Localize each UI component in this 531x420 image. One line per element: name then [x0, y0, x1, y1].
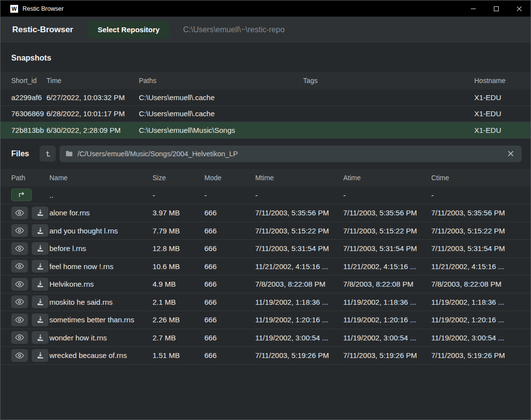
repository-path: C:\Users\emuell\~\restic-repo	[183, 25, 285, 34]
download-file-button[interactable]	[32, 260, 48, 273]
col-time: Time	[46, 77, 139, 84]
col-ctime: Ctime	[431, 174, 531, 182]
file-row[interactable]: Helvikone.rns 4.9 MB 666 7/8/2003, 8:22:…	[0, 275, 531, 294]
preview-file-button[interactable]	[11, 278, 28, 291]
file-mtime: 7/11/2003, 5:35:56 PM	[255, 209, 343, 217]
file-row[interactable]: before l.rns 12.8 MB 666 7/11/2003, 5:31…	[0, 240, 531, 258]
go-up-button[interactable]	[11, 189, 32, 201]
eye-icon	[15, 263, 24, 270]
files-bar: Files /C/Users/emuell/Music/Songs/2004_H…	[0, 146, 522, 162]
file-name: wonder how it.rns	[49, 334, 153, 342]
file-name: Helvikone.rns	[49, 280, 153, 288]
select-repository-button[interactable]: Select Repository	[87, 21, 171, 39]
file-size: 2.26 MB	[153, 315, 204, 324]
file-size: 7.79 MB	[153, 227, 204, 235]
file-row[interactable]: wrecked because of.rns 1.51 MB 666 7/11/…	[0, 347, 531, 365]
download-file-button[interactable]	[32, 295, 48, 308]
download-icon	[37, 263, 44, 270]
preview-file-button[interactable]	[11, 314, 28, 326]
file-ctime: 7/11/2003, 5:31:54 PM	[431, 244, 531, 252]
preview-file-button[interactable]	[11, 242, 28, 255]
file-size: 2.1 MB	[153, 298, 204, 306]
path-breadcrumb[interactable]: /C/Users/emuell/Music/Songs/2004_Helveti…	[60, 146, 522, 162]
download-file-button[interactable]	[32, 224, 48, 237]
file-row[interactable]: alone for.rns 3.97 MB 666 7/11/2003, 5:3…	[0, 204, 531, 222]
minimize-button[interactable]	[462, 0, 485, 17]
file-mode: 666	[204, 262, 255, 271]
file-row[interactable]: wonder how it.rns 2.7 MB 666 11/19/2002,…	[0, 329, 531, 347]
snapshot-time: 6/30/2022, 2:28:09 PM	[46, 126, 139, 134]
folder-icon	[66, 150, 73, 157]
parent-directory-row[interactable]: .. - - - - -	[0, 187, 531, 205]
snapshot-paths: C:\Users\emuell\.cache	[139, 109, 303, 118]
snapshot-short-id: a2299af6	[0, 93, 46, 102]
snapshot-short-id: 76306869	[0, 109, 46, 118]
file-size: -	[153, 191, 204, 199]
file-mtime: 11/19/2002, 1:18:36 ...	[255, 298, 343, 306]
app-header: Restic-Browser Select Repository C:\User…	[0, 17, 531, 42]
download-file-button[interactable]	[32, 207, 48, 219]
download-icon	[37, 209, 44, 216]
maximize-button[interactable]	[485, 0, 508, 17]
file-mode: 666	[204, 227, 255, 235]
drive-glyph-icon	[44, 149, 52, 158]
col-mtime: Mtime	[255, 174, 343, 182]
snapshot-row[interactable]: 72b813bb 6/30/2022, 2:28:09 PM C:\Users\…	[0, 122, 531, 139]
file-ctime: 11/19/2002, 1:18:36 ...	[431, 298, 531, 306]
file-mode: 666	[204, 280, 255, 288]
download-file-button[interactable]	[32, 242, 48, 255]
file-name: feel home now !.rns	[49, 262, 153, 271]
app-title: Restic-Browser	[12, 25, 73, 35]
download-file-button[interactable]	[32, 278, 48, 291]
eye-icon	[15, 210, 24, 216]
download-file-button[interactable]	[32, 314, 48, 326]
preview-file-button[interactable]	[11, 224, 28, 237]
close-icon	[516, 6, 522, 12]
clear-path-button[interactable]	[506, 148, 516, 159]
col-size: Size	[153, 174, 204, 182]
eye-icon	[15, 227, 24, 234]
file-row[interactable]: sometimes better than.rns 2.26 MB 666 11…	[0, 311, 531, 329]
snapshot-paths: C:\Users\emuell\.cache	[139, 93, 303, 102]
preview-file-button[interactable]	[11, 349, 28, 362]
preview-file-button[interactable]	[11, 260, 28, 273]
preview-file-button[interactable]	[11, 207, 28, 219]
files-table-body: alone for.rns 3.97 MB 666 7/11/2003, 5:3…	[0, 204, 531, 365]
preview-file-button[interactable]	[11, 331, 28, 344]
file-mtime: 7/8/2003, 8:22:08 PM	[255, 280, 343, 288]
eye-icon	[15, 298, 24, 305]
download-file-button[interactable]	[32, 349, 48, 362]
file-mtime: 11/19/2002, 1:20:16 ...	[255, 315, 343, 324]
snapshot-hostname: X1-EDU	[474, 93, 531, 102]
file-atime: 7/11/2003, 5:15:22 PM	[343, 227, 431, 235]
download-icon	[37, 298, 44, 306]
file-size: 3.97 MB	[153, 209, 204, 217]
up-arrow-icon	[18, 191, 25, 198]
file-name: before l.rns	[49, 244, 153, 252]
file-mtime: 7/11/2003, 5:19:26 PM	[255, 351, 343, 359]
col-hostname: Hostname	[474, 77, 531, 84]
file-atime: 7/11/2003, 5:35:56 PM	[343, 209, 431, 217]
file-atime: 11/19/2002, 3:00:54 ...	[343, 334, 431, 342]
file-mode: -	[204, 191, 255, 199]
file-row[interactable]: moskito he said.rns 2.1 MB 666 11/19/200…	[0, 294, 531, 312]
file-size: 4.9 MB	[153, 280, 204, 288]
eye-icon	[15, 316, 24, 323]
file-row[interactable]: feel home now !.rns 10.6 MB 666 11/21/20…	[0, 258, 531, 276]
preview-file-button[interactable]	[11, 295, 28, 308]
file-size: 12.8 MB	[153, 244, 204, 252]
file-row[interactable]: and you thought l.rns 7.79 MB 666 7/11/2…	[0, 222, 531, 240]
download-file-button[interactable]	[32, 331, 48, 344]
snapshots-table-body: a2299af6 6/27/2022, 10:03:32 PM C:\Users…	[0, 89, 531, 139]
root-drive-button[interactable]	[40, 146, 56, 162]
app-logo-icon: W	[10, 5, 18, 13]
snapshot-short-id: 72b813bb	[0, 126, 46, 134]
snapshot-row[interactable]: a2299af6 6/27/2022, 10:03:32 PM C:\Users…	[0, 89, 531, 106]
file-ctime: 7/11/2003, 5:35:56 PM	[431, 209, 531, 217]
snapshot-row[interactable]: 76306869 6/28/2022, 10:01:17 PM C:\Users…	[0, 106, 531, 123]
download-icon	[37, 334, 44, 341]
maximize-icon	[493, 6, 499, 12]
close-button[interactable]	[508, 0, 531, 17]
file-atime: 7/8/2003, 8:22:08 PM	[343, 280, 431, 288]
file-size: 10.6 MB	[153, 262, 204, 271]
